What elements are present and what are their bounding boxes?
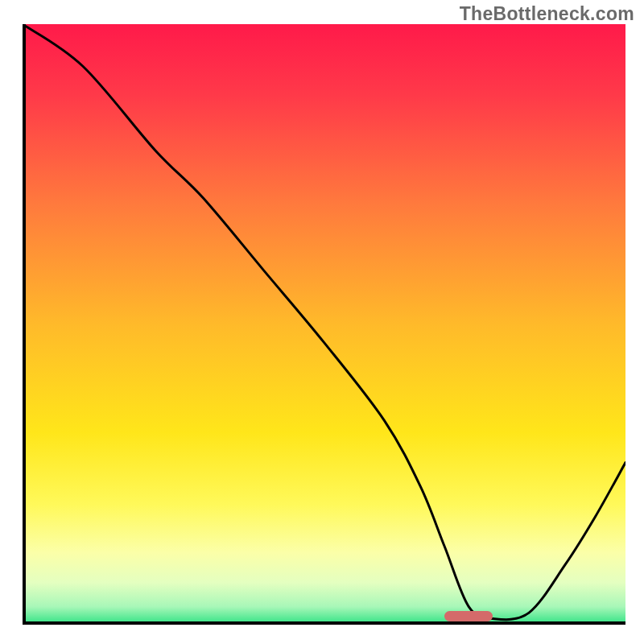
plot-area: [23, 24, 625, 625]
chart-frame: TheBottleneck.com: [0, 0, 644, 644]
optimal-marker: [444, 611, 493, 621]
watermark-text: TheBottleneck.com: [460, 3, 634, 25]
plot-svg: [23, 24, 625, 625]
gradient-background: [23, 24, 625, 625]
